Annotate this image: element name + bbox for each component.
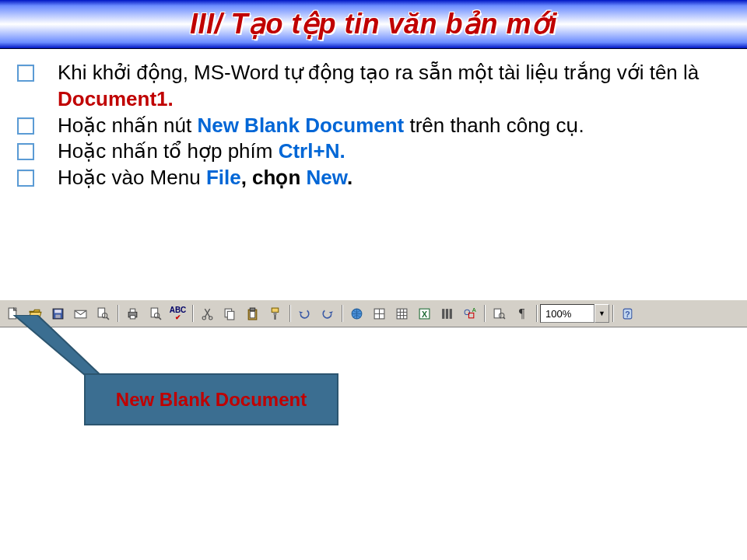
- new-icon[interactable]: [2, 303, 23, 324]
- svg-rect-35: [442, 309, 444, 319]
- svg-rect-2: [54, 310, 61, 313]
- highlight-new: New: [307, 166, 348, 189]
- tables-borders-icon[interactable]: [369, 303, 390, 324]
- svg-point-14: [202, 316, 205, 319]
- svg-text:A: A: [472, 307, 476, 313]
- svg-rect-19: [250, 311, 254, 318]
- bullet-icon: [17, 65, 34, 82]
- svg-rect-10: [130, 315, 135, 318]
- link-icon[interactable]: [346, 303, 367, 324]
- cut-icon[interactable]: [197, 303, 218, 324]
- redo-icon[interactable]: [317, 303, 338, 324]
- svg-rect-37: [450, 309, 452, 319]
- svg-rect-22: [273, 312, 276, 314]
- separator-icon: [536, 305, 537, 322]
- highlight-new-blank: New Blank Document: [197, 114, 404, 137]
- separator-icon: [342, 305, 342, 322]
- svg-rect-20: [250, 308, 254, 310]
- doc-map-icon[interactable]: [489, 303, 510, 324]
- callout-box: New Blank Document: [84, 373, 338, 425]
- svg-text:X: X: [422, 309, 427, 318]
- svg-rect-36: [446, 309, 448, 319]
- callout-label: New Blank Document: [116, 389, 307, 411]
- text: Hoặc nhấn tổ hợp phím: [58, 139, 279, 163]
- svg-rect-21: [272, 308, 279, 312]
- svg-point-15: [209, 316, 212, 319]
- separator-icon: [484, 305, 485, 322]
- svg-rect-28: [397, 309, 407, 319]
- word-toolbar: ABC✔ X A ¶ 100% ▼ ?: [0, 299, 747, 327]
- svg-rect-17: [227, 311, 234, 320]
- content-area: Khi khởi động, MS-Word tự động tạo ra sẵ…: [0, 49, 747, 191]
- spellcheck-icon[interactable]: ABC✔: [167, 303, 188, 324]
- svg-line-7: [107, 317, 109, 319]
- list-item: Hoặc nhấn tổ hợp phím Ctrl+N.: [17, 138, 733, 165]
- print-icon[interactable]: [122, 303, 143, 324]
- bullet-icon: [17, 117, 34, 135]
- svg-rect-5: [98, 308, 105, 317]
- highlight-document1: Document1.: [58, 87, 174, 110]
- insert-table-icon[interactable]: [391, 303, 412, 324]
- svg-text:?: ?: [625, 309, 630, 318]
- mail-icon[interactable]: [70, 303, 91, 324]
- separator-icon: [192, 305, 193, 322]
- svg-rect-3: [55, 314, 60, 317]
- bullet-icon: [17, 143, 34, 160]
- text: Khi khởi động, MS-Word tự động tạo ra sẵ…: [58, 61, 699, 84]
- svg-line-43: [503, 317, 505, 318]
- bullet-icon: [17, 170, 34, 187]
- copy-icon[interactable]: [219, 303, 240, 324]
- save-icon[interactable]: [47, 303, 68, 324]
- excel-icon[interactable]: X: [414, 303, 435, 324]
- highlight-file: File: [206, 166, 241, 189]
- help-icon[interactable]: ?: [617, 303, 638, 324]
- paste-icon[interactable]: [242, 303, 263, 324]
- search-doc-icon[interactable]: [93, 303, 114, 324]
- separator-icon: [289, 305, 290, 322]
- drawing-icon[interactable]: A: [459, 303, 480, 324]
- separator-icon: [117, 305, 118, 322]
- title-bar: III/ Tạo tệp tin văn bản mới: [0, 0, 747, 49]
- svg-rect-9: [130, 309, 135, 312]
- paragraph-marks-icon[interactable]: ¶: [511, 303, 532, 324]
- list-item: Hoặc nhấn nút New Blank Document trên th…: [17, 113, 733, 139]
- zoom-input[interactable]: 100%: [540, 304, 594, 323]
- svg-line-13: [159, 317, 161, 319]
- undo-icon[interactable]: [294, 303, 315, 324]
- open-icon[interactable]: [25, 303, 46, 324]
- zoom-dropdown-icon[interactable]: ▼: [594, 304, 609, 323]
- text: trên thanh công cụ.: [404, 114, 584, 137]
- text: .: [347, 166, 352, 189]
- list-item: Hoặc vào Menu File, chọn New.: [17, 165, 733, 191]
- text: Hoặc nhấn nút: [58, 114, 197, 137]
- preview-icon[interactable]: [145, 303, 166, 324]
- separator-icon: [612, 305, 613, 322]
- list-item: Khi khởi động, MS-Word tự động tạo ra sẵ…: [17, 60, 733, 113]
- format-painter-icon[interactable]: [265, 303, 286, 324]
- page-title: III/ Tạo tệp tin văn bản mới: [190, 8, 557, 40]
- highlight-ctrl-n: Ctrl+N.: [279, 139, 345, 163]
- columns-icon[interactable]: [437, 303, 458, 324]
- text: , chọn: [241, 166, 307, 189]
- text: Hoặc vào Menu: [58, 166, 206, 189]
